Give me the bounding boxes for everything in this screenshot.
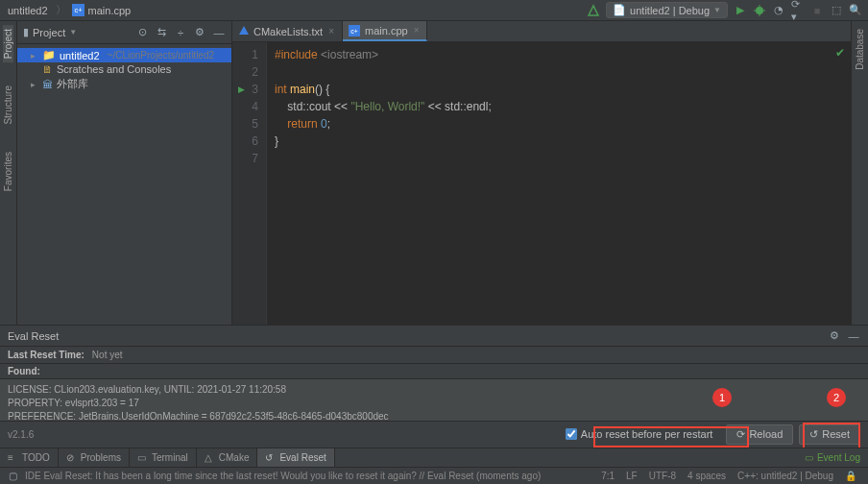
terminal-icon: ▭: [137, 452, 148, 463]
search-everywhere-icon[interactable]: 🔍: [849, 4, 862, 17]
chevron-down-icon: ▼: [713, 6, 721, 14]
rail-tab-favorites[interactable]: Favorites: [3, 148, 13, 195]
bottom-tool-tabs: ≡TODO ⊘Problems ▭Terminal △CMake ↺Eval R…: [0, 448, 868, 467]
hide-icon[interactable]: —: [847, 329, 860, 343]
chevron-right-icon[interactable]: ▸: [31, 51, 38, 60]
found-preference: PREFERENCE: JetBrains.UserIdOnMachine = …: [8, 410, 860, 422]
library-icon: 🏛: [42, 79, 53, 90]
gear-icon[interactable]: ⚙: [828, 329, 841, 343]
found-list[interactable]: LICENSE: CLion203.evaluation.key, UNTIL:…: [0, 379, 868, 422]
found-property: PROPERTY: evlsprt3.203 = 17: [8, 397, 860, 410]
line-ending[interactable]: LF: [620, 471, 643, 481]
problems-icon: ⊘: [66, 452, 77, 463]
tree-node-scratches[interactable]: 🗎 Scratches and Consoles: [17, 62, 231, 76]
breadcrumb: untitled2 〉 c+ main.cpp: [6, 3, 133, 17]
tree-root-path: ~/CLionProjects/untitled2: [108, 50, 214, 60]
lock-icon[interactable]: 🔒: [839, 471, 862, 481]
indent-info[interactable]: 4 spaces: [682, 471, 732, 481]
folder-icon: 📁: [42, 49, 56, 61]
editor-area: CMakeLists.txt × c+ main.cpp × 1234567 #…: [232, 21, 851, 325]
debug-icon[interactable]: [753, 4, 766, 17]
update-icon[interactable]: ⬚: [830, 4, 843, 17]
eval-version: v2.1.6: [8, 429, 34, 440]
todo-icon: ≡: [8, 452, 18, 463]
auto-reset-input[interactable]: [566, 428, 577, 440]
scratches-icon: 🗎: [42, 63, 53, 75]
reload-button[interactable]: ⟳ Reload: [726, 424, 793, 445]
editor-tab-cmakelists[interactable]: CMakeLists.txt ×: [232, 21, 343, 41]
caret-position[interactable]: 7:1: [595, 471, 620, 481]
tree-node-root[interactable]: ▸ 📁 untitled2 ~/CLionProjects/untitled2: [17, 48, 231, 62]
chevron-down-icon[interactable]: ▼: [69, 28, 77, 36]
editor-tab-main[interactable]: c+ main.cpp ×: [343, 21, 427, 41]
hide-icon[interactable]: —: [212, 26, 226, 39]
context-info[interactable]: C++: untitled2 | Debug: [732, 471, 839, 481]
svg-text:c+: c+: [74, 6, 82, 14]
right-tool-rail: Database: [851, 21, 868, 325]
code-editor[interactable]: 1234567 #include <iostream> int main() {…: [232, 42, 851, 325]
chevron-right-icon[interactable]: ▸: [31, 80, 38, 89]
editor-gutter[interactable]: 1234567: [232, 42, 267, 325]
project-tool-window: ▮ Project ▼ ⊙ ⇆ ÷ ⚙ — ▸ 📁 untitled2 ~/CL…: [17, 21, 232, 325]
event-log-icon: ▭: [805, 452, 813, 463]
toolbar-right: 📄 untitled2 | Debug ▼ ▶ ◔ ⟳ ▾ ■ ⬚ 🔍: [587, 2, 862, 18]
found-license: LICENSE: CLion203.evaluation.key, UNTIL:…: [8, 383, 860, 397]
last-reset-value: Not yet: [92, 350, 123, 360]
build-icon[interactable]: [587, 4, 600, 17]
profile-icon[interactable]: ◔: [772, 4, 785, 17]
run-config-icon: 📄: [613, 4, 626, 16]
tab-terminal[interactable]: ▭Terminal: [130, 448, 197, 467]
run-icon[interactable]: ▶: [734, 4, 747, 17]
status-bar: ▢ IDE Eval Reset: It has been a long tim…: [0, 467, 868, 484]
annotation-badge-2: 2: [827, 388, 846, 407]
tree-extlibs-label: 外部库: [57, 77, 88, 91]
collapse-icon[interactable]: ÷: [174, 26, 187, 39]
gear-icon[interactable]: ⚙: [193, 26, 206, 39]
eval-last-reset-row: Last Reset Time: Not yet: [0, 347, 868, 364]
file-encoding[interactable]: UTF-8: [643, 471, 682, 481]
tab-label: main.cpp: [365, 25, 408, 36]
status-message[interactable]: IDE Eval Reset: It has been a long time …: [19, 471, 546, 481]
auto-reset-label: Auto reset before per restart: [581, 428, 713, 440]
eval-panel-header: Eval Reset ⚙ —: [0, 326, 868, 347]
reset-icon: ↺: [809, 428, 818, 441]
tree-scratches-label: Scratches and Consoles: [57, 63, 171, 75]
tab-eval-reset[interactable]: ↺Eval Reset: [257, 448, 334, 467]
run-config-label: untitled2 | Debug: [630, 5, 710, 16]
expand-all-icon[interactable]: ⇆: [155, 26, 168, 39]
reload-icon: ⟳: [736, 428, 745, 441]
tab-todo[interactable]: ≡TODO: [0, 448, 59, 467]
rail-tab-project[interactable]: Project: [3, 25, 13, 62]
reload-label: Reload: [749, 428, 783, 440]
left-tool-rail: Project Structure Favorites: [0, 21, 17, 325]
rail-tab-database[interactable]: Database: [855, 25, 865, 74]
attach-icon[interactable]: ⟳ ▾: [791, 4, 805, 17]
project-panel-title[interactable]: Project: [33, 27, 65, 38]
select-opened-file-icon[interactable]: ⊙: [135, 26, 149, 39]
project-panel-header: ▮ Project ▼ ⊙ ⇆ ÷ ⚙ —: [17, 21, 231, 44]
tool-window-toggle-icon[interactable]: ▢: [6, 470, 19, 483]
svg-text:c+: c+: [351, 27, 358, 34]
event-log-link[interactable]: ▭Event Log: [797, 452, 868, 463]
tab-cmake[interactable]: △CMake: [197, 448, 258, 467]
annotation-badge-1: 1: [712, 388, 732, 407]
tree-node-extlibs[interactable]: ▸ 🏛 外部库: [17, 76, 231, 92]
reset-button[interactable]: ↺ Reset: [799, 424, 860, 445]
close-icon[interactable]: ×: [412, 25, 422, 36]
auto-reset-checkbox[interactable]: Auto reset before per restart: [566, 428, 713, 440]
reset-label: Reset: [822, 428, 850, 440]
cpp-file-icon: c+: [72, 4, 84, 16]
tab-problems[interactable]: ⊘Problems: [59, 448, 130, 467]
project-combo-icon: ▮: [23, 26, 29, 38]
rail-tab-structure[interactable]: Structure: [3, 82, 13, 129]
close-icon[interactable]: ×: [326, 26, 336, 36]
breadcrumb-project[interactable]: untitled2: [6, 5, 50, 16]
code-content[interactable]: #include <iostream> int main() { std::co…: [267, 42, 851, 325]
project-tree: ▸ 📁 untitled2 ~/CLionProjects/untitled2 …: [17, 44, 231, 96]
breadcrumb-file[interactable]: main.cpp: [86, 5, 133, 16]
inspection-ok-icon[interactable]: ✔: [835, 46, 845, 60]
stop-icon[interactable]: ■: [810, 4, 824, 17]
svg-point-2: [756, 7, 763, 14]
run-config-selector[interactable]: 📄 untitled2 | Debug ▼: [606, 2, 728, 18]
found-label: Found:: [0, 364, 868, 379]
